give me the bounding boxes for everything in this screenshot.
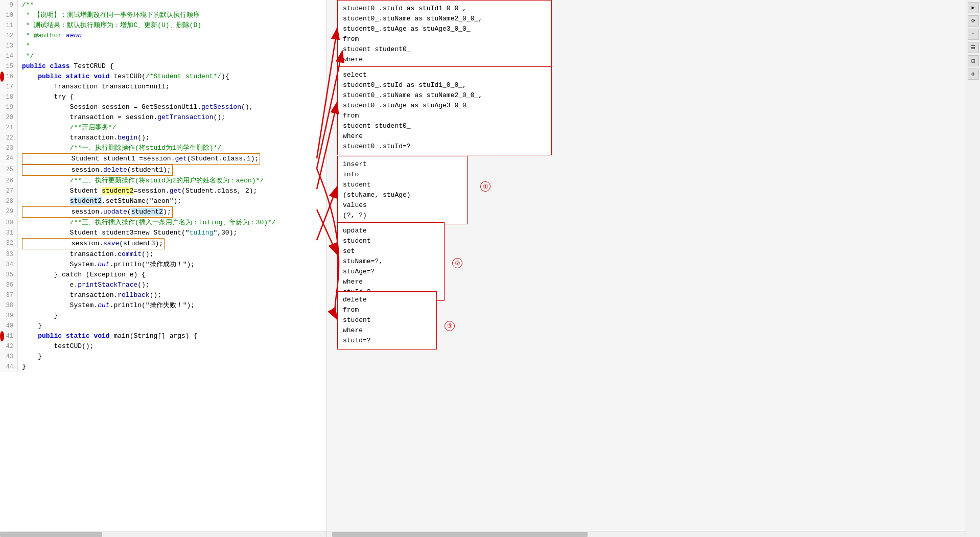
line-number: 22 bbox=[0, 133, 18, 143]
code-line: 27 Student student2=session.get(Student.… bbox=[0, 186, 326, 196]
line-content: * 测试结果：默认执行顺序为：增加C、更新(U)、删除(D) bbox=[18, 20, 326, 31]
line-number: 43 bbox=[0, 352, 18, 362]
line-content: testCUD(); bbox=[18, 341, 326, 352]
annotation-panel: Hibernate:Hibernate:Hibernate:Hibernate:… bbox=[327, 0, 966, 537]
code-line: 39 } bbox=[0, 311, 326, 321]
code-line: 36 e.printStackTrace(); bbox=[0, 280, 326, 290]
sql-box: insertinto student (stuName, stuAge)valu… bbox=[337, 156, 468, 224]
sidebar-icon[interactable]: ⚙ bbox=[968, 68, 979, 80]
line-content: /**一、执行删除操作(将stuid为1的学生删除)*/ bbox=[18, 143, 326, 153]
code-panel: 9/**10 * 【说明】：测试增删改在同一事务环境下的默认执行顺序11 * 测… bbox=[0, 0, 327, 537]
line-number: 35 bbox=[0, 270, 18, 280]
sql-box: select student0_.stuId as stuId1_0_0_, s… bbox=[337, 66, 552, 155]
line-content: transaction = session.getTransaction(); bbox=[18, 112, 326, 123]
line-number: 24 bbox=[0, 153, 18, 164]
line-content: public static void main(String[] args) { bbox=[18, 331, 326, 341]
line-content: System.out.println("操作成功！"); bbox=[18, 260, 326, 270]
annotation-scrollbar[interactable] bbox=[327, 531, 966, 537]
code-line: 20 transaction = session.getTransaction(… bbox=[0, 112, 326, 123]
line-number: 32 bbox=[0, 238, 18, 248]
horizontal-scrollbar[interactable] bbox=[0, 531, 326, 537]
line-number: 39 bbox=[0, 311, 18, 321]
line-number: 9 bbox=[0, 0, 18, 10]
line-content: Student student3=new Student("tuling",30… bbox=[18, 228, 326, 238]
line-content: student2.setStuName("aeon"); bbox=[18, 196, 326, 206]
code-line: 26 /**二、执行更新操作(将stuid为2的用户的姓名改为：aeon)*/ bbox=[0, 176, 326, 186]
line-number: 18 bbox=[0, 92, 18, 102]
code-line: 29 session.update(student2); bbox=[0, 206, 326, 218]
code-area: 9/**10 * 【说明】：测试增删改在同一事务环境下的默认执行顺序11 * 测… bbox=[0, 0, 326, 372]
sql-box: update studentset stuName=?, stuAge=?whe… bbox=[337, 222, 445, 301]
line-number: 29 bbox=[0, 206, 18, 217]
line-content: /**二、执行更新操作(将stuid为2的用户的姓名改为：aeon)*/ bbox=[18, 176, 326, 186]
line-content: /**三、执行插入操作(插入一条用户名为：tuling、年龄为：30)*/ bbox=[18, 218, 326, 228]
line-number: 20 bbox=[0, 112, 18, 123]
line-number: 42 bbox=[0, 341, 18, 352]
line-number: 14 bbox=[0, 51, 18, 61]
code-line: 22 transaction.begin(); bbox=[0, 133, 326, 143]
line-content: public static void testCUD(/*Student stu… bbox=[18, 72, 326, 82]
line-number: 37 bbox=[0, 290, 18, 300]
code-line: 37 transaction.rollback(); bbox=[0, 290, 326, 300]
sidebar-icon[interactable]: ▶ bbox=[968, 2, 979, 13]
line-content: public class TestCRUD { bbox=[18, 61, 326, 72]
line-number: 13 bbox=[0, 41, 18, 51]
line-number: 12 bbox=[0, 31, 18, 41]
line-number: 17 bbox=[0, 82, 18, 92]
line-number: 34 bbox=[0, 260, 18, 270]
code-line: 19 Session session = GetSessionUtil.getS… bbox=[0, 102, 326, 112]
line-content: e.printStackTrace(); bbox=[18, 280, 326, 290]
circle-number: ② bbox=[452, 258, 462, 268]
sidebar-icon[interactable]: ≡ bbox=[968, 29, 979, 40]
line-content: Student student2=session.get(Student.cla… bbox=[18, 186, 326, 196]
line-content: /**开启事务*/ bbox=[18, 123, 326, 133]
line-content: System.out.println("操作失败！"); bbox=[18, 300, 326, 311]
code-line: 11 * 测试结果：默认执行顺序为：增加C、更新(U)、删除(D) bbox=[0, 20, 326, 31]
code-line: 28 student2.setStuName("aeon"); bbox=[0, 196, 326, 206]
line-content: Transaction transaction=null; bbox=[18, 82, 326, 92]
sql-box: deletefrom studentwhere stuId=? bbox=[337, 291, 437, 349]
code-line: 14 */ bbox=[0, 51, 326, 61]
line-number: 21 bbox=[0, 123, 18, 133]
main-container: 9/**10 * 【说明】：测试增删改在同一事务环境下的默认执行顺序11 * 测… bbox=[0, 0, 980, 537]
code-line: 30 /**三、执行插入操作(插入一条用户名为：tuling、年龄为：30)*/ bbox=[0, 218, 326, 228]
line-number: 10 bbox=[0, 10, 18, 20]
code-line: 16 public static void testCUD(/*Student … bbox=[0, 72, 326, 82]
line-content: session.save(student3); bbox=[18, 238, 326, 249]
line-number: 26 bbox=[0, 176, 18, 186]
line-content: } bbox=[18, 311, 326, 321]
sidebar-icon[interactable]: ⟳ bbox=[968, 15, 979, 27]
sidebar-icon[interactable]: ☰ bbox=[968, 42, 979, 53]
circle-number: ① bbox=[480, 181, 491, 192]
code-line: 42 testCUD(); bbox=[0, 341, 326, 352]
line-content: * bbox=[18, 41, 326, 51]
line-number: 27 bbox=[0, 186, 18, 196]
line-number: 11 bbox=[0, 20, 18, 31]
line-content: Session session = GetSessionUtil.getSess… bbox=[18, 102, 326, 112]
line-number: 28 bbox=[0, 196, 18, 206]
right-sidebar: ▶⟳≡☰◫⚙ bbox=[966, 0, 980, 537]
code-line: 23 /**一、执行删除操作(将stuid为1的学生删除)*/ bbox=[0, 143, 326, 153]
annotation-scrollbar-thumb[interactable] bbox=[332, 532, 588, 537]
code-line: 41 public static void main(String[] args… bbox=[0, 331, 326, 341]
line-number: 31 bbox=[0, 228, 18, 238]
line-number: 30 bbox=[0, 218, 18, 228]
code-line: 44} bbox=[0, 362, 326, 372]
line-content: transaction.commit(); bbox=[18, 249, 326, 260]
code-line: 38 System.out.println("操作失败！"); bbox=[0, 300, 326, 311]
code-line: 40 } bbox=[0, 321, 326, 331]
line-number: 44 bbox=[0, 362, 18, 372]
code-line: 35 } catch (Exception e) { bbox=[0, 270, 326, 280]
sidebar-icon[interactable]: ◫ bbox=[968, 55, 979, 66]
code-line: 13 * bbox=[0, 41, 326, 51]
code-line: 34 System.out.println("操作成功！"); bbox=[0, 260, 326, 270]
scrollbar-thumb[interactable] bbox=[0, 532, 102, 537]
line-content: transaction.rollback(); bbox=[18, 290, 326, 300]
code-line: 24 Student student1 =session.get(Student… bbox=[0, 153, 326, 165]
line-number: 38 bbox=[0, 300, 18, 311]
line-content: /** bbox=[18, 0, 326, 10]
code-line: 33 transaction.commit(); bbox=[0, 249, 326, 260]
line-content: session.delete(student1); bbox=[18, 165, 326, 176]
code-line: 9/** bbox=[0, 0, 326, 10]
line-content: * @author aeon bbox=[18, 31, 326, 41]
